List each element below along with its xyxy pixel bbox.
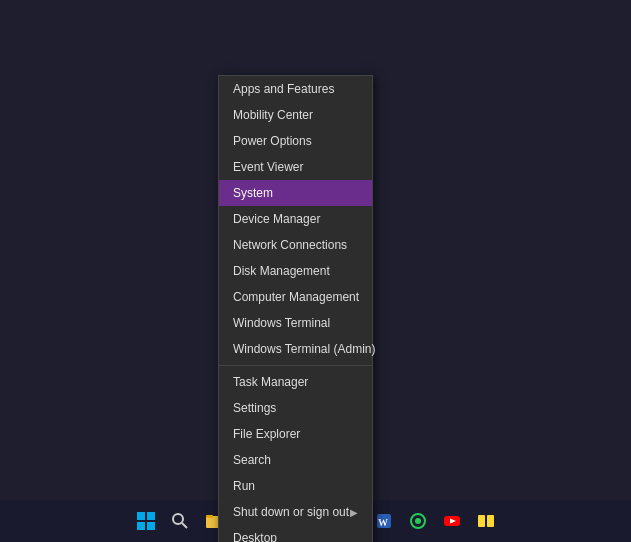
svg-rect-2: [137, 522, 145, 530]
menu-item-label-search: Search: [233, 453, 271, 467]
menu-item-network-connections[interactable]: Network Connections: [219, 232, 372, 258]
menu-item-label-computer-management: Computer Management: [233, 290, 359, 304]
files-taskbar[interactable]: [472, 507, 500, 535]
desktop: Apps and FeaturesMobility CenterPower Op…: [0, 0, 631, 542]
menu-item-label-windows-terminal: Windows Terminal: [233, 316, 330, 330]
word-taskbar[interactable]: W: [370, 507, 398, 535]
menu-item-label-apps-features: Apps and Features: [233, 82, 334, 96]
svg-rect-25: [487, 515, 494, 527]
svg-point-21: [415, 518, 421, 524]
menu-item-label-power-options: Power Options: [233, 134, 312, 148]
menu-item-label-run: Run: [233, 479, 255, 493]
menu-item-label-task-manager: Task Manager: [233, 375, 308, 389]
svg-rect-3: [147, 522, 155, 530]
svg-point-4: [173, 514, 183, 524]
menu-item-search[interactable]: Search: [219, 447, 372, 473]
svg-text:W: W: [378, 517, 388, 528]
menu-item-apps-features[interactable]: Apps and Features: [219, 76, 372, 102]
menu-item-label-file-explorer: File Explorer: [233, 427, 300, 441]
svg-rect-7: [206, 515, 213, 518]
svg-line-5: [182, 523, 187, 528]
menu-item-run[interactable]: Run: [219, 473, 372, 499]
menu-item-label-network-connections: Network Connections: [233, 238, 347, 252]
menu-item-label-device-manager: Device Manager: [233, 212, 320, 226]
menu-item-label-windows-terminal-admin: Windows Terminal (Admin): [233, 342, 375, 356]
menu-separator: [219, 365, 372, 366]
svg-rect-0: [137, 512, 145, 520]
menu-item-disk-management[interactable]: Disk Management: [219, 258, 372, 284]
menu-item-task-manager[interactable]: Task Manager: [219, 369, 372, 395]
aim-taskbar[interactable]: [404, 507, 432, 535]
context-menu: Apps and FeaturesMobility CenterPower Op…: [218, 75, 373, 542]
menu-item-label-disk-management: Disk Management: [233, 264, 330, 278]
menu-item-power-options[interactable]: Power Options: [219, 128, 372, 154]
menu-item-file-explorer[interactable]: File Explorer: [219, 421, 372, 447]
svg-rect-24: [478, 515, 485, 527]
menu-item-device-manager[interactable]: Device Manager: [219, 206, 372, 232]
menu-item-mobility-center[interactable]: Mobility Center: [219, 102, 372, 128]
menu-item-windows-terminal[interactable]: Windows Terminal: [219, 310, 372, 336]
search-taskbar-button[interactable]: [166, 507, 194, 535]
menu-item-system[interactable]: System: [219, 180, 372, 206]
submenu-arrow-icon: ▶: [350, 507, 358, 518]
svg-rect-1: [147, 512, 155, 520]
start-button[interactable]: [132, 507, 160, 535]
menu-item-settings[interactable]: Settings: [219, 395, 372, 421]
menu-item-label-desktop: Desktop: [233, 531, 277, 542]
menu-item-label-event-viewer: Event Viewer: [233, 160, 303, 174]
youtube-taskbar[interactable]: [438, 507, 466, 535]
menu-item-label-shut-down: Shut down or sign out: [233, 505, 349, 519]
menu-item-desktop[interactable]: Desktop: [219, 525, 372, 542]
menu-item-label-mobility-center: Mobility Center: [233, 108, 313, 122]
menu-item-shut-down[interactable]: Shut down or sign out▶: [219, 499, 372, 525]
menu-item-computer-management[interactable]: Computer Management: [219, 284, 372, 310]
menu-item-event-viewer[interactable]: Event Viewer: [219, 154, 372, 180]
menu-item-label-settings: Settings: [233, 401, 276, 415]
menu-item-label-system: System: [233, 186, 273, 200]
menu-item-windows-terminal-admin[interactable]: Windows Terminal (Admin): [219, 336, 372, 362]
